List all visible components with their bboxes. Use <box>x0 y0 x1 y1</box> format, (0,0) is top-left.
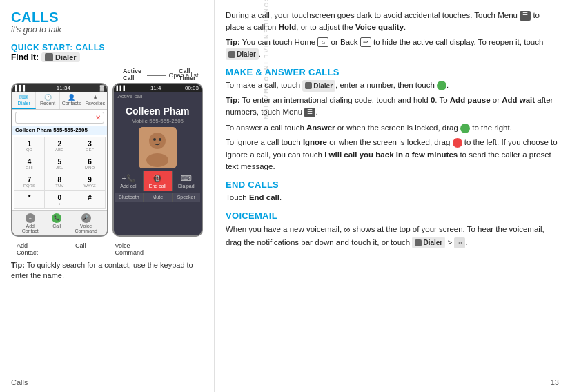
add-contact-button[interactable]: + AddContact <box>22 213 39 233</box>
dialer-inline-make: Dialer <box>302 80 335 92</box>
bluetooth-button[interactable]: Bluetooth <box>115 193 143 202</box>
key-2[interactable]: 2ABC <box>45 137 75 155</box>
tip-label: Tip: <box>11 261 25 269</box>
active-call-phone: ▌▌▌ 11:4 00:03 Active call Colleen Pham … <box>112 83 203 237</box>
voicemail-nav-icon: ∞ <box>454 237 465 248</box>
section-voicemail-title: VOICEMAIL <box>226 210 559 221</box>
mute-button[interactable]: Mute <box>144 193 172 202</box>
left-column: CALLS it's goo to talk QUICK START: CALL… <box>0 0 214 392</box>
contacts-tab-icon: 👤 <box>61 94 82 101</box>
key-8[interactable]: 8TUV <box>45 173 75 190</box>
add-contact-label: AddContact <box>22 224 39 233</box>
tip1-label: Tip: <box>226 38 240 46</box>
end-call-icon: 📵 <box>145 174 170 183</box>
call-button[interactable]: 📞 Call <box>52 213 61 233</box>
key-0[interactable]: 0+ <box>45 191 75 208</box>
phone-search[interactable]: ✕ <box>15 112 104 124</box>
svg-point-4 <box>159 138 161 141</box>
ignore-text: To ignore a call touch Ignore or when th… <box>226 137 559 173</box>
key-7[interactable]: 7PQRS <box>14 173 44 190</box>
favorites-tab-icon: ★ <box>84 94 106 101</box>
contact-name-bar: Colleen Pham 555-555-2505 <box>12 126 107 135</box>
active-status-bar: ▌▌▌ 11:4 00:03 <box>114 84 202 92</box>
home-icon: ⌂ <box>317 37 328 47</box>
key-5[interactable]: 5JKL <box>45 155 75 173</box>
key-4[interactable]: 4GHI <box>14 155 44 173</box>
active-call-buttons: +📞 Add call 📵 End call ⌨ Dialpad <box>115 171 200 191</box>
add-call-button[interactable]: +📞 Add call <box>115 171 143 191</box>
find-it-text: Find it: <box>11 52 39 62</box>
active-caller-name: Colleen Pham <box>114 101 202 118</box>
tip2-label: Tip: <box>226 96 240 104</box>
active-call-label-bar: Active call <box>114 92 202 101</box>
key-3[interactable]: 3DEF <box>75 137 105 155</box>
tab-favorites[interactable]: ★ Favorites <box>83 92 106 109</box>
back-icon: ↩ <box>360 37 371 47</box>
status-bar: ▌▌▌ 11:34 ▓ <box>12 84 107 92</box>
dialer-grid: 1QD 2ABC 3DEF 4GHI 5JKL 6MNO 7PQRS 8TUV … <box>14 137 106 209</box>
call-icon: 📞 <box>52 213 61 223</box>
dialer-inline-voicemail: Dialer <box>412 237 445 248</box>
tab-recent[interactable]: 🕐 Recent <box>36 92 59 109</box>
recent-tab-icon: 🕐 <box>37 94 58 101</box>
tip1: Tip: You can touch Home ⌂ or Back ↩ to h… <box>226 37 559 61</box>
voice-command-bottom-label: VoiceCommand <box>115 242 144 256</box>
key-star[interactable]: * <box>14 191 44 208</box>
make-call-text: To make a call, touch Dialer, enter a nu… <box>226 79 559 91</box>
svg-point-1 <box>149 133 166 149</box>
phone-bottom-bar: + AddContact 📞 Call 🎤 VoiceCommand <box>12 210 107 235</box>
page-title: CALLS <box>11 10 203 25</box>
section-end-calls-title: END CALLS <box>226 179 559 190</box>
call-label: Call <box>52 224 61 228</box>
caller-photo <box>139 127 177 168</box>
speaker-label: Speaker <box>177 195 195 199</box>
mute-label: Mute <box>152 195 163 199</box>
active-caller-number: Mobile 555-555-2505 <box>114 118 202 124</box>
speaker-button[interactable]: Speaker <box>173 193 201 202</box>
add-call-icon: +📞 <box>117 174 141 183</box>
status-icons: ▌▌▌ <box>15 85 27 91</box>
tab-contacts[interactable]: 👤 Contacts <box>60 92 83 109</box>
footer-left: Calls <box>11 378 28 386</box>
voicemail-text: When you have a new voicemail, ∞ shows a… <box>226 223 559 248</box>
tab-dialer-label: Dialer <box>18 101 30 106</box>
phone-area-wrapper: Open a list. Active Call Call Timer ▌▌▌ … <box>11 68 203 256</box>
end-calls-text: Touch End call. <box>226 192 559 204</box>
phone-area: ▌▌▌ 11:34 ▓ ⌨ Dialer 🕐 Recent <box>11 83 203 237</box>
tab-dialer[interactable]: ⌨ Dialer <box>12 92 36 109</box>
key-6[interactable]: 6MNO <box>75 155 105 173</box>
battery-icons: ▓ <box>100 85 104 91</box>
voice-command-label: VoiceCommand <box>75 224 97 233</box>
bottom-labels: AddContact Call VoiceCommand <box>11 242 203 256</box>
main-phone-mockup: ▌▌▌ 11:34 ▓ ⌨ Dialer 🕐 Recent <box>11 83 108 237</box>
battery-icon: ▓ <box>100 85 104 91</box>
section-make-answer-title: MAKE & ANSWER CALLS <box>226 67 559 77</box>
tip-text: To quickly search for a contact, use the… <box>11 261 193 280</box>
call-bottom-label: Call <box>75 242 86 256</box>
search-input[interactable] <box>19 115 95 121</box>
clear-icon[interactable]: ✕ <box>95 114 101 121</box>
dialer-inline-icon: Dialer <box>226 48 259 60</box>
call-green-icon <box>437 81 446 90</box>
tip-box: Tip: To quickly search for a contact, us… <box>11 260 203 282</box>
voice-command-button[interactable]: 🎤 VoiceCommand <box>75 213 97 233</box>
open-list-label: Open a list. <box>168 72 200 79</box>
caller-avatar-svg <box>139 127 177 168</box>
end-call-button[interactable]: 📵 End call <box>144 171 172 191</box>
key-hash[interactable]: # <box>75 191 105 208</box>
dialpad-button[interactable]: ⌨ Dialpad <box>173 171 201 191</box>
key-9[interactable]: 9WXYZ <box>75 173 105 190</box>
key-1[interactable]: 1QD <box>14 137 44 155</box>
dialer-badge-label: Dialer <box>55 53 77 61</box>
intro-text: During a call, your touchscreen goes dar… <box>226 10 559 34</box>
dialpad-icon: ⌨ <box>174 174 199 183</box>
answer-text: To answer a call touch Answer or when th… <box>226 122 559 134</box>
active-signal: ▌▌▌ <box>117 86 127 90</box>
quick-start-label: QUICK START: CALLS <box>11 43 203 52</box>
page-subtitle: it's goo to talk <box>11 25 203 35</box>
tab-favorites-label: Favorites <box>85 101 105 106</box>
answer-drag-icon <box>460 124 470 133</box>
active-call-label-text: Active call <box>118 93 143 99</box>
active-timer: 00:03 <box>185 85 199 91</box>
phone-tabs: ⌨ Dialer 🕐 Recent 👤 Contacts ★ Favorites <box>12 92 107 110</box>
